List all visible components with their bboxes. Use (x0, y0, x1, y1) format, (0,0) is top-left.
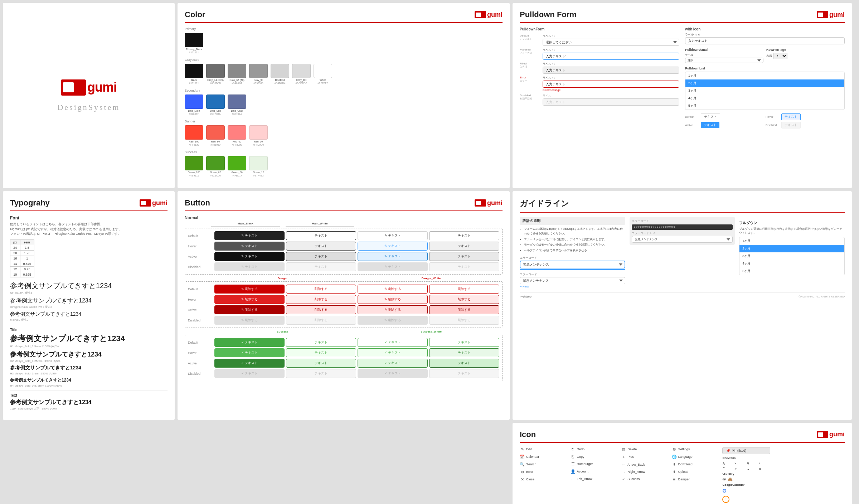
swatch-hex: #DBDBDB (295, 82, 307, 84)
btn-success-white-outline-default[interactable]: テキスト (429, 338, 499, 347)
pin-fixed-button[interactable]: 📌 Pin (fixed) (722, 447, 770, 454)
btn-main-black-filled-default[interactable]: ✎ テキスト (214, 231, 285, 240)
button-title: Button (185, 198, 210, 208)
pulldown-error-input[interactable] (543, 81, 679, 88)
state-hover-row: Hover テキスト (766, 113, 845, 120)
btn-main-black-outline-hover[interactable]: テキスト (286, 242, 356, 251)
swatch-name: Red_100 (189, 140, 199, 143)
btn-danger-white-filled-active[interactable]: ✎ 削除する (358, 305, 428, 314)
btn-success-filled-hover[interactable]: ✓ テキスト (214, 348, 285, 357)
error-code-select2[interactable]: 緊急メンテナンス (520, 277, 625, 284)
dropdown-item-1[interactable]: 1ヶ月 (739, 237, 844, 245)
color-primary-section: Primary Primary_Black #111111 (185, 27, 503, 54)
btn-main-white-filled-disabled: ✎ テキスト (358, 262, 428, 271)
chevron-double-down-icon: ⌄ (747, 466, 758, 471)
pulldown-right-column: with Icon ラベル ↑↓ ⊕ Pulldown/small ラベル 選択… (685, 27, 845, 129)
with-icon-input[interactable] (685, 37, 845, 44)
success-active-row: Active ✓ テキスト テキスト ✓ テキスト テキスト (188, 359, 499, 368)
btn-danger-outline-active[interactable]: 削除する (286, 305, 356, 314)
swatch-name: Blue_Gray (231, 110, 243, 112)
btn-danger-white-filled-default[interactable]: ✎ 削除する (358, 285, 428, 294)
copy-icon: ⎘ (571, 455, 576, 459)
dropdown-item-5[interactable]: 5ヶ月 (739, 267, 844, 275)
typography-panel-logo: gumi (140, 199, 168, 207)
btn-main-white-filled-active[interactable]: ✎ テキスト (358, 252, 428, 261)
sample-meta: H4 Meiryo_Bold_0.875rem ↕150% |A|5% (10, 384, 62, 387)
btn-success-white-outline-hover[interactable]: テキスト (429, 348, 499, 357)
btn-success-filled-default[interactable]: ✓ テキスト (214, 338, 285, 347)
pin-fixed-btn-area: 📌 Pin (fixed) (722, 447, 770, 454)
pulldown-focused-row: Focusedフォーカス ラベル ↑↓ (520, 48, 679, 60)
list-item[interactable]: 5ヶ月 (685, 102, 844, 110)
btn-main-black-filled-hover[interactable]: ✎ テキスト (214, 242, 285, 251)
pulldown-list-section: PulldownList 1ヶ月 2ヶ月 3ヶ月 4ヶ月 5ヶ月 (685, 67, 845, 110)
btn-danger-filled-default[interactable]: ✎ 削除する (214, 285, 285, 294)
state-label: Disabled (188, 265, 213, 269)
btn-main-black-filled-active[interactable]: ✎ テキスト (214, 252, 285, 261)
font-section: Font 使用しているフォントはこちら。各フォントの詳細は下部参照。Figmaで… (10, 215, 168, 277)
swatch-box (185, 64, 203, 78)
btn-success-filled-active[interactable]: ✓ テキスト (214, 359, 285, 368)
dropdown-item-4[interactable]: 4ヶ月 (739, 260, 844, 267)
btn-danger-outline-hover[interactable]: 削除する (286, 295, 356, 304)
swatch-box (206, 64, 225, 78)
btn-main-white-filled-default[interactable]: ✎ テキスト (358, 231, 428, 240)
btn-danger-filled-active[interactable]: ✎ 削除する (214, 305, 285, 314)
btn-main-black-outline-active[interactable]: テキスト (286, 252, 356, 261)
list-item[interactable]: 3ヶ月 (685, 87, 844, 94)
pulldown-default-select[interactable]: 選択してください (543, 39, 679, 46)
state-default-label: Defaultデフォルト (520, 34, 541, 41)
guideline-title: ガイドライン (520, 198, 569, 209)
success-icon: ✓ (621, 477, 626, 481)
btn-danger-filled-hover[interactable]: ✎ 削除する (214, 295, 285, 304)
btn-main-white-outline-hover[interactable]: テキスト (429, 242, 499, 251)
state-active-row: Active テキスト (685, 122, 764, 129)
btn-success-white-outline-active[interactable]: テキスト (429, 359, 499, 368)
success-hover-row: Hover ✓ テキスト テキスト ✓ テキスト テキスト (188, 348, 499, 357)
btn-success-white-filled-default[interactable]: ✓ テキスト (358, 338, 428, 347)
error-code-value: xxxxxxxxxxxxxxxxxxxx (632, 224, 733, 230)
state-label: Disabled (766, 123, 780, 127)
row-per-page-select[interactable]: 5 10 20 (773, 53, 787, 59)
dropdown-item-2[interactable]: 2ヶ月 (739, 245, 844, 252)
icon-right-arrow: → Right_Arrow (621, 470, 669, 474)
pulldown-focused-input[interactable] (543, 53, 679, 60)
header-spacer (185, 222, 210, 227)
error-code-section2: エラーコード 緊急メンテナンス ←Hints (520, 272, 625, 288)
btn-main-white-outline-active[interactable]: テキスト (429, 252, 499, 261)
swatch-hex: #E7F4E3 (253, 174, 263, 177)
list-item[interactable]: 1ヶ月 (685, 72, 844, 79)
btn-success-outline-default[interactable]: テキスト (286, 338, 356, 347)
typo-sample-meiryo: 参考例文サンプルてきすと1234 Meiryo / 優先3 (10, 311, 168, 322)
btn-success-outline-active[interactable]: テキスト (286, 359, 356, 368)
button-panel-header: Button gumi (185, 198, 503, 211)
btn-danger-white-outline-active[interactable]: 削除する (429, 305, 499, 314)
error-code-select[interactable]: 緊急メンテナンス (520, 261, 625, 268)
btn-main-white-filled-hover[interactable]: ✎ テキスト (358, 242, 428, 251)
header-main-white: Main_White (286, 222, 354, 227)
dropdown-item-3[interactable]: 3ヶ月 (739, 252, 844, 260)
btn-danger-outline-default[interactable]: 削除する (286, 285, 356, 294)
btn-success-white-filled-active[interactable]: ✓ テキスト (358, 359, 428, 368)
state-disabled-row: Disabled テキスト (766, 122, 845, 129)
table-cell: 24 (10, 245, 20, 250)
btn-danger-white-outline-hover[interactable]: 削除する (429, 295, 499, 304)
list-item[interactable]: 2ヶ月 (685, 79, 844, 87)
btn-main-black-outline-default[interactable]: テキスト (286, 231, 356, 240)
chevron-double-right-icon: » (734, 466, 746, 471)
btn-main-white-outline-default[interactable]: テキスト (429, 231, 499, 240)
header-spacer (355, 330, 358, 333)
sample-text: 参考例文サンプルてきすと1234 (10, 399, 168, 406)
icon-download: ⬇ Download (672, 462, 720, 467)
list-item[interactable]: 4ヶ月 (685, 94, 844, 102)
btn-success-outline-hover[interactable]: テキスト (286, 348, 356, 357)
pulldown-filled-input[interactable] (543, 67, 679, 74)
error-code-select3[interactable]: 緊急メンテナンス (632, 236, 733, 243)
chevron-double-left-icon: « (759, 466, 770, 471)
btn-success-white-filled-hover[interactable]: ✓ テキスト (358, 348, 428, 357)
table-cell: 1.5 (20, 245, 34, 250)
icon-col-4: ⚙ Settings 🌐 Language ⬇ Download ⬆ Uploa… (672, 447, 720, 504)
pulldown-small-select[interactable]: 選択 (685, 58, 763, 63)
btn-danger-white-outline-default[interactable]: 削除する (429, 285, 499, 294)
btn-danger-white-filled-hover[interactable]: ✎ 削除する (358, 295, 428, 304)
